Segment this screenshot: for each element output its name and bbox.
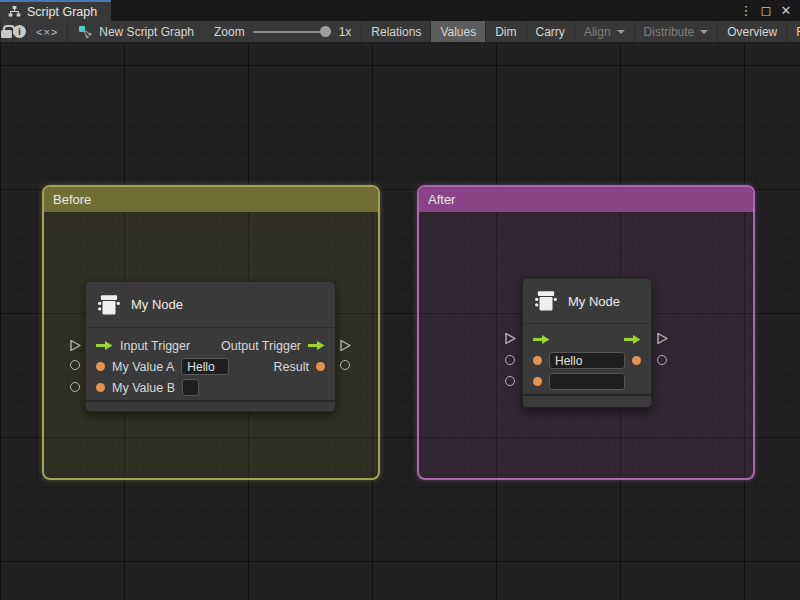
port-row-trigger: Input Trigger Output Trigger <box>86 335 335 356</box>
window-controls: ⋮ ◻ ✕ <box>738 0 800 21</box>
node-footer <box>523 394 651 407</box>
tab-script-graph[interactable]: Script Graph <box>0 0 111 21</box>
lock-button[interactable] <box>0 21 13 42</box>
lock-icon <box>1 30 12 38</box>
graph-name-text: New Script Graph <box>99 25 194 39</box>
overview-button[interactable]: Overview <box>718 21 787 42</box>
input-trigger-label: Input Trigger <box>120 339 190 353</box>
node-icon <box>96 292 122 318</box>
my-value-b-label: My Value B <box>112 381 175 395</box>
ext-value-b-icon[interactable] <box>505 376 515 386</box>
view-buttons: Relations Values Dim Carry Align Distrib… <box>361 21 800 42</box>
menu-icon[interactable]: ⋮ <box>738 1 754 20</box>
fullscreen-button[interactable]: Full Scr <box>787 21 800 42</box>
align-dropdown[interactable]: Align <box>575 21 635 42</box>
zoom-slider[interactable] <box>253 31 331 33</box>
script-graph-icon <box>8 5 21 18</box>
ext-value-b-icon[interactable] <box>70 382 80 392</box>
port-row-value-b <box>523 371 651 392</box>
port-row-value-a: My Value A Result <box>86 356 335 377</box>
group-after-title: After <box>428 192 455 207</box>
node-title: My Node <box>568 294 620 309</box>
relations-button[interactable]: Relations <box>361 21 431 42</box>
ext-flow-input-icon[interactable] <box>69 339 82 352</box>
ext-value-a-icon[interactable] <box>505 355 515 365</box>
result-label: Result <box>274 360 309 374</box>
group-before-header[interactable]: Before <box>44 187 378 212</box>
node-before-header[interactable]: My Node <box>86 282 335 328</box>
node-after-body <box>523 324 651 394</box>
port-row-trigger <box>523 329 651 350</box>
group-before-title: Before <box>53 192 91 207</box>
value-b-port-icon[interactable] <box>533 377 542 386</box>
info-icon: i <box>13 25 26 38</box>
value-a-field[interactable] <box>549 352 625 369</box>
node-icon <box>533 288 559 314</box>
values-button[interactable]: Values <box>431 21 486 42</box>
my-value-a-label: My Value A <box>112 360 174 374</box>
group-after-header[interactable]: After <box>419 187 753 212</box>
tab-label: Script Graph <box>27 5 97 19</box>
close-icon[interactable]: ✕ <box>778 1 794 20</box>
zoom-label: Zoom <box>214 25 245 39</box>
tab-bar: Script Graph ⋮ ◻ ✕ <box>0 0 800 21</box>
ext-flow-output-icon[interactable] <box>656 332 669 345</box>
my-value-a-field[interactable] <box>181 358 229 375</box>
graph-name-label: New Script Graph <box>68 21 204 42</box>
flow-output-port-icon[interactable] <box>624 334 641 345</box>
value-a-port-icon[interactable] <box>96 362 105 371</box>
code-view-icon: <×> <box>36 26 58 38</box>
zoom-slider-thumb[interactable] <box>320 26 331 37</box>
result-port-icon[interactable] <box>632 356 641 365</box>
value-b-field[interactable] <box>549 373 625 390</box>
my-value-b-field[interactable] <box>182 379 199 396</box>
value-b-port-icon[interactable] <box>96 383 105 392</box>
output-trigger-label: Output Trigger <box>221 339 301 353</box>
port-row-value-a <box>523 350 651 371</box>
carry-button[interactable]: Carry <box>527 21 575 42</box>
node-before[interactable]: My Node Input Trigger Output Trigger <box>85 281 336 412</box>
zoom-control: Zoom 1x <box>204 21 361 42</box>
node-before-body: Input Trigger Output Trigger My Value A … <box>86 328 335 400</box>
port-row-value-b: My Value B <box>86 377 335 398</box>
script-graph-window: Script Graph ⋮ ◻ ✕ i <×> <box>0 0 800 600</box>
distribute-dropdown[interactable]: Distribute <box>635 21 719 42</box>
code-view-button[interactable]: <×> <box>27 21 68 42</box>
graph-icon <box>78 25 93 39</box>
graph-toolbar: i <×> New Script Graph Zoom 1x <box>0 21 800 43</box>
zoom-value: 1x <box>339 25 352 39</box>
maximize-icon[interactable]: ◻ <box>758 1 774 20</box>
flow-output-port-icon[interactable] <box>308 340 325 351</box>
node-after[interactable]: My Node <box>522 278 652 408</box>
chevron-down-icon <box>617 30 625 34</box>
dim-button[interactable]: Dim <box>486 21 526 42</box>
value-a-port-icon[interactable] <box>533 356 542 365</box>
info-button[interactable]: i <box>13 21 27 42</box>
graph-canvas[interactable]: Before After <box>0 43 800 600</box>
node-title: My Node <box>131 297 183 312</box>
ext-flow-input-icon[interactable] <box>504 332 517 345</box>
node-footer <box>86 400 335 411</box>
ext-value-a-icon[interactable] <box>70 360 80 370</box>
flow-input-port-icon[interactable] <box>533 334 550 345</box>
ext-result-icon[interactable] <box>657 355 667 365</box>
chevron-down-icon <box>700 30 708 34</box>
flow-input-port-icon[interactable] <box>96 340 113 351</box>
node-after-header[interactable]: My Node <box>523 279 651 324</box>
ext-flow-output-icon[interactable] <box>339 339 352 352</box>
result-port-icon[interactable] <box>316 362 325 371</box>
ext-result-icon[interactable] <box>340 360 350 370</box>
